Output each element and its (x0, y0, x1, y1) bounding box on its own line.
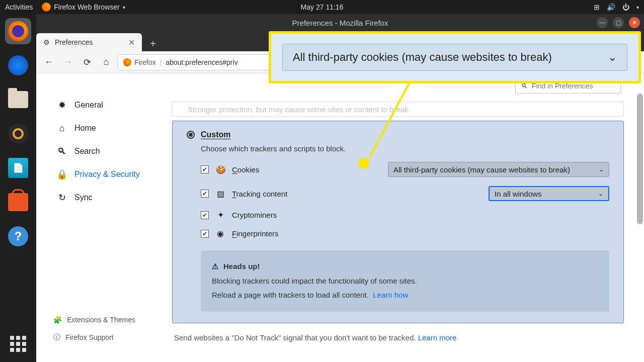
dock-libreoffice[interactable]: 📄 (5, 155, 31, 181)
tracking-checkbox[interactable]: ✔ (201, 190, 209, 198)
tracking-dropdown[interactable]: In all windows⌄ (489, 186, 609, 201)
fingerprinters-label: Fingerprinters (232, 229, 279, 238)
cookie-icon: 🍪 (216, 165, 225, 174)
files-icon (8, 91, 28, 108)
help-icon: ⓘ (53, 333, 60, 342)
back-button[interactable]: ← (41, 55, 56, 70)
document-icon: 📄 (8, 158, 28, 178)
sidebar-item-home[interactable]: ⌂Home (53, 117, 162, 140)
music-icon (8, 124, 28, 144)
dock-help[interactable]: ? (5, 223, 31, 249)
preferences-main: 🔍︎ Find in Preferences Stronger protecti… (167, 73, 644, 362)
cryptominer-icon: ✦ (216, 210, 225, 220)
sync-icon: ↻ (56, 192, 67, 203)
close-tab-button[interactable]: ✕ (128, 38, 135, 47)
warning-icon: ⚠ (212, 259, 218, 274)
firefox-icon (123, 58, 131, 66)
shopping-bag-icon (8, 193, 28, 211)
dock-files[interactable] (5, 86, 31, 113)
gear-icon: ⚙ (43, 38, 50, 46)
chevron-down-icon: ⌄ (598, 190, 603, 197)
window-title-bar: Preferences - Mozilla Firefox — ▢ ✕ (36, 14, 644, 31)
dock-software[interactable] (5, 189, 31, 215)
annotation-pointer-dot (358, 158, 369, 169)
chevron-down-icon: ⌄ (608, 51, 617, 64)
tracking-custom-radio[interactable]: Custom (187, 130, 609, 139)
learn-more-link[interactable]: Learn more (418, 333, 457, 342)
radio-selected-icon (187, 131, 195, 139)
tracking-content-label: Tracking content (232, 190, 287, 198)
callout-dropdown-zoom: All third-party cookies (may cause websi… (282, 44, 627, 71)
preferences-sidebar: ✸General ⌂Home 🔍︎Search 🔒Privacy & Secur… (36, 73, 167, 362)
tracking-icon: ▨ (216, 189, 225, 199)
firefox-icon (8, 21, 28, 41)
power-icon[interactable]: ⏻ (622, 3, 629, 11)
preferences-content: ✸General ⌂Home 🔍︎Search 🔒Privacy & Secur… (36, 73, 644, 362)
annotation-callout: All third-party cookies (may cause websi… (269, 31, 641, 83)
new-tab-button[interactable]: + (144, 36, 162, 51)
sidebar-item-privacy[interactable]: 🔒Privacy & Security (53, 163, 162, 186)
gear-icon: ✸ (56, 100, 67, 111)
tracking-custom-description: Choose which trackers and scripts to blo… (201, 144, 609, 153)
search-icon: 🔍︎ (56, 146, 67, 157)
window-title: Preferences - Mozilla Firefox (292, 19, 388, 27)
app-menu[interactable]: Firefox Web Browser ▾ (42, 3, 125, 12)
learn-how-link[interactable]: Learn how (373, 291, 408, 299)
forward-button[interactable]: → (60, 55, 75, 70)
network-icon[interactable]: ⊞ (594, 3, 600, 11)
firefox-support-link[interactable]: ⓘFirefox Support (53, 333, 162, 342)
sidebar-item-general[interactable]: ✸General (53, 94, 162, 117)
sidebar-item-search[interactable]: 🔍︎Search (53, 140, 162, 163)
ubuntu-dock: 📄 ? (0, 14, 36, 362)
home-icon: ⌂ (56, 123, 67, 134)
cookies-checkbox[interactable]: ✔ (201, 165, 209, 173)
reload-button[interactable]: ⟳ (79, 55, 95, 70)
help-icon: ? (8, 226, 28, 246)
thunderbird-icon (8, 55, 28, 75)
volume-icon[interactable]: 🔊 (607, 3, 615, 11)
minimize-button[interactable]: — (597, 17, 608, 28)
puzzle-icon: 🧩 (53, 316, 62, 324)
close-button[interactable]: ✕ (629, 17, 640, 28)
gnome-top-bar: Activities Firefox Web Browser ▾ May 27 … (0, 0, 644, 14)
sidebar-item-sync[interactable]: ↻Sync (53, 186, 162, 209)
clock[interactable]: May 27 11:16 (301, 3, 344, 11)
fingerprinters-checkbox[interactable]: ✔ (201, 230, 209, 238)
tracking-custom-panel: Custom Choose which trackers and scripts… (172, 121, 624, 323)
activities-button[interactable]: Activities (5, 3, 33, 11)
dock-rhythmbox[interactable] (5, 121, 31, 147)
show-applications-button[interactable] (10, 336, 26, 352)
chevron-down-icon: ▾ (636, 5, 639, 10)
dock-firefox[interactable] (5, 18, 31, 44)
chevron-down-icon: ⌄ (599, 166, 604, 173)
lock-icon: 🔒 (56, 169, 67, 180)
tab-preferences[interactable]: ⚙ Preferences ✕ (36, 33, 142, 51)
fingerprint-icon: ◉ (216, 229, 225, 238)
cookies-dropdown[interactable]: All third-party cookies (may cause websi… (388, 162, 609, 177)
do-not-track-text: Send websites a "Do Not Track" signal th… (172, 333, 624, 342)
cryptominers-checkbox[interactable]: ✔ (201, 211, 209, 219)
chevron-down-icon: ▾ (123, 5, 125, 10)
maximize-button[interactable]: ▢ (613, 17, 624, 28)
cookies-label: Cookies (232, 165, 259, 174)
extensions-themes-link[interactable]: 🧩Extensions & Themes (53, 316, 162, 324)
home-button[interactable]: ⌂ (99, 55, 114, 70)
dock-thunderbird[interactable] (5, 52, 31, 78)
cryptominers-label: Cryptominers (232, 211, 277, 219)
heads-up-notice: ⚠Heads up! Blocking trackers could impac… (201, 250, 609, 312)
